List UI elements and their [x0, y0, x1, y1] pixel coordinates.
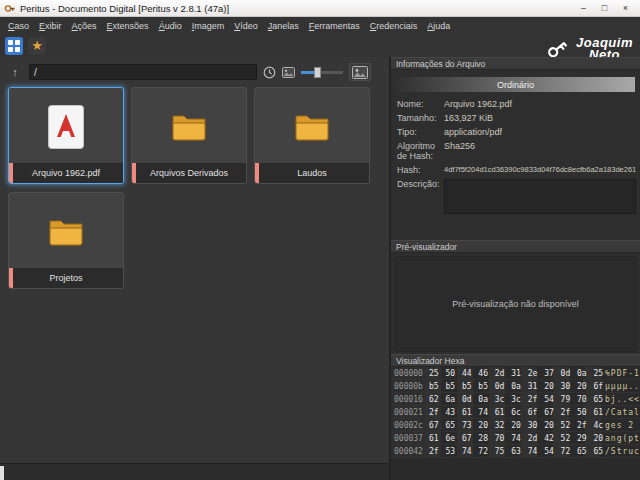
hex-bytes: b5 b5 b5 b5 0d 0a 31 20 30 20 6f	[425, 380, 601, 392]
tile-label: Laudos	[297, 168, 327, 178]
hex-bytes: 62 6a 0d 0a 3c 3c 2f 54 79 70 65	[425, 393, 601, 405]
field-value: 163,927 KiB	[444, 113, 636, 123]
preview-section-title: Pré-visualizador	[396, 242, 457, 252]
hex-offset: 000000	[391, 367, 425, 379]
file-tile-pdf[interactable]: Arquivo 1962.pdf	[8, 87, 124, 184]
menu-extensoes[interactable]: Extensões	[102, 19, 154, 33]
classification-banner: Ordinário	[396, 77, 635, 92]
hex-row[interactable]: 000000 25 50 44 46 2d 31 2e 37 0d 0a 25 …	[391, 367, 640, 380]
hex-ascii: ang(pt-BR)	[601, 434, 640, 443]
window-title: Peritus - Documento Digital [Peritus v 2…	[20, 3, 229, 14]
file-grid: Arquivo 1962.pdf Arquivos Derivados	[8, 87, 384, 289]
grid-view-button[interactable]	[5, 37, 23, 55]
hex-row[interactable]: 000037 61 6e 67 28 70 74 2d 42 52 29 20 …	[391, 432, 640, 445]
classification-label: Ordinário	[497, 80, 534, 90]
field-descricao: Descrição:	[397, 179, 636, 214]
folder-icon	[9, 193, 123, 270]
file-tile-folder-derivados[interactable]: Arquivos Derivados	[131, 87, 247, 184]
menu-exibir[interactable]: Exibir	[34, 19, 67, 33]
field-label: Algoritmo de Hash:	[397, 141, 444, 161]
tile-accent	[132, 163, 136, 183]
hex-offset: 00000b	[391, 380, 425, 392]
folder-icon	[255, 88, 369, 165]
tile-label-bar: Arquivos Derivados	[132, 163, 246, 183]
hex-ascii: /StructTree	[601, 447, 640, 456]
menu-imagem[interactable]: Imagem	[187, 19, 230, 33]
info-section-title: Informações do Arquivo	[396, 59, 485, 69]
field-tipo: Tipo: application/pdf	[397, 127, 636, 137]
hex-offset: 000037	[391, 432, 425, 444]
preview-section-header: Pré-visualizador	[391, 240, 640, 253]
small-thumbnails-icon[interactable]	[282, 67, 295, 78]
preview-message: Pré-visualização não disponível	[452, 299, 579, 309]
hex-offset: 000042	[391, 445, 425, 457]
hex-row[interactable]: 00000b b5 b5 b5 b5 0d 0a 31 20 30 20 6f …	[391, 380, 640, 393]
favorites-button[interactable]: ★	[28, 37, 46, 55]
pdf-icon	[9, 88, 123, 165]
minimize-button[interactable]: –	[573, 1, 594, 16]
titlebar: Peritus - Documento Digital [Peritus v 2…	[0, 0, 640, 17]
maximize-button[interactable]: □	[594, 1, 615, 16]
field-value: application/pdf	[444, 127, 636, 137]
hex-bytes: 61 6e 67 28 70 74 2d 42 52 29 20	[425, 432, 601, 444]
field-label: Descrição:	[397, 179, 444, 189]
header: Caso Exibir Ações Extensões Áudio Imagem…	[0, 17, 640, 57]
slider-handle[interactable]	[314, 67, 321, 78]
hex-section-header: Visualizador Hexa	[391, 354, 640, 367]
file-tile-folder-laudos[interactable]: Laudos	[254, 87, 370, 184]
file-browser: ↑	[0, 57, 389, 463]
hex-offset: 00002c	[391, 419, 425, 431]
file-tile-folder-projetos[interactable]: Projetos	[8, 192, 124, 289]
star-icon: ★	[31, 39, 43, 52]
tile-accent	[9, 268, 13, 288]
hex-ascii: ges 2 0 R/L	[601, 421, 640, 430]
menu-janelas[interactable]: Janelas	[263, 19, 304, 33]
menu-acoes[interactable]: Ações	[67, 19, 102, 33]
menu-ajuda[interactable]: Ajuda	[422, 19, 455, 33]
tile-accent	[255, 163, 259, 183]
menu-ferramentas[interactable]: Ferramentas	[304, 19, 365, 33]
field-label: Tamanho:	[397, 113, 444, 123]
hex-row[interactable]: 00002c 67 65 73 20 32 20 30 20 52 2f 4c …	[391, 419, 640, 432]
hex-bytes: 2f 43 61 74 61 6c 6f 67 2f 50 61	[425, 406, 601, 418]
app-window: Peritus - Documento Digital [Peritus v 2…	[0, 0, 640, 480]
menubar: Caso Exibir Ações Extensões Áudio Imagem…	[0, 17, 640, 34]
hex-ascii: bj..<</Type	[601, 395, 640, 404]
tile-label-bar: Arquivo 1962.pdf	[9, 163, 123, 183]
hex-bytes: 25 50 44 46 2d 31 2e 37 0d 0a 25	[425, 367, 601, 379]
info-section-header: Informações do Arquivo	[391, 57, 640, 70]
history-icon[interactable]	[263, 66, 276, 79]
description-input[interactable]	[444, 179, 636, 214]
field-value: Arquivo 1962.pdf	[444, 99, 636, 109]
tile-label-bar: Laudos	[255, 163, 369, 183]
bottom-scrollbar-thumb[interactable]	[0, 466, 4, 480]
preview-area: Pré-visualização não disponível	[395, 256, 636, 352]
hex-offset: 000021	[391, 406, 425, 418]
close-button[interactable]: ×	[615, 1, 636, 16]
field-label: Nome:	[397, 99, 444, 109]
field-nome: Nome: Arquivo 1962.pdf	[397, 99, 636, 109]
up-directory-button[interactable]: ↑	[7, 64, 23, 80]
field-value: Sha256	[444, 141, 636, 151]
field-value: 4df7f5f204d1cd36390c9833d04f76dc8ecfb6a2…	[444, 165, 636, 175]
hex-ascii: /Catalog/Pa	[601, 408, 640, 417]
tile-label-bar: Projetos	[9, 268, 123, 288]
field-hash: Hash: 4df7f5f204d1cd36390c9833d04f76dc8e…	[397, 165, 636, 175]
menu-credenciais[interactable]: Credenciais	[365, 19, 423, 33]
file-metadata: Nome: Arquivo 1962.pdf Tamanho: 163,927 …	[397, 99, 636, 218]
hex-ascii: %PDF-1.7..%	[601, 369, 640, 378]
window-controls: – □ ×	[573, 1, 636, 16]
hex-row[interactable]: 000016 62 6a 0d 0a 3c 3c 2f 54 79 70 65 …	[391, 393, 640, 406]
browser-toolbar: ↑	[0, 62, 389, 82]
info-panel: Informações do Arquivo Ordinário Nome: A…	[391, 57, 640, 480]
path-input[interactable]	[29, 64, 257, 80]
tile-label: Arquivos Derivados	[150, 168, 228, 178]
menu-video[interactable]: Vídeo	[229, 19, 263, 33]
thumbnail-size-slider[interactable]	[301, 67, 343, 78]
menu-audio[interactable]: Áudio	[154, 19, 187, 33]
menu-caso[interactable]: Caso	[3, 19, 34, 33]
hex-row[interactable]: 000042 2f 53 74 72 75 63 74 54 72 65 65 …	[391, 445, 640, 458]
hex-row[interactable]: 000021 2f 43 61 74 61 6c 6f 67 2f 50 61 …	[391, 406, 640, 419]
large-thumbnails-button[interactable]	[349, 63, 371, 81]
hex-offset: 000016	[391, 393, 425, 405]
